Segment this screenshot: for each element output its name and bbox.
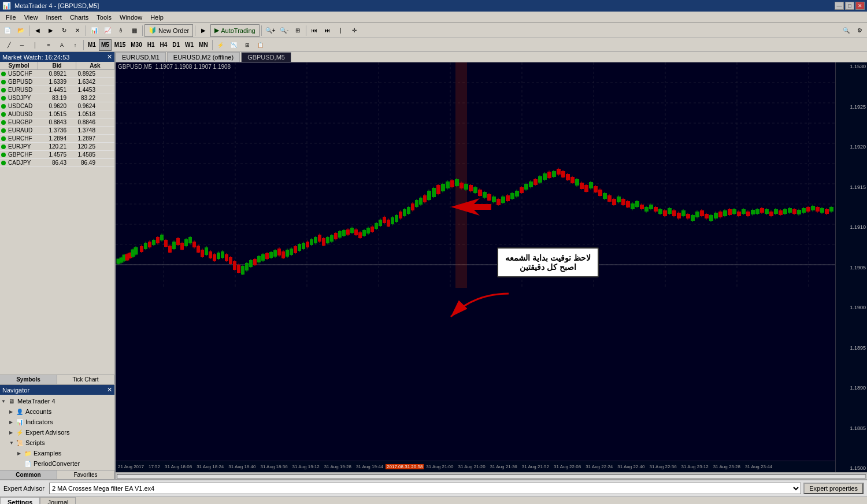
chart-scrollbar[interactable] <box>116 472 867 479</box>
tab-journal[interactable]: Journal <box>40 497 76 504</box>
svg-rect-102 <box>273 250 277 257</box>
chart-tab-eurusd-m1[interactable]: EURUSD,M1 <box>116 52 166 62</box>
market-watch-row[interactable]: USDCHF 0.8921 0.8925 <box>0 70 114 78</box>
market-watch-row[interactable]: AUDUSD 1.0515 1.0518 <box>0 110 114 118</box>
chart-line-btn[interactable]: 📈 <box>101 24 114 37</box>
nav-accounts[interactable]: ▶ 👤 Accounts <box>8 406 114 417</box>
tab-tick-chart[interactable]: Tick Chart <box>57 375 114 384</box>
row-symbol: USDCAD <box>7 102 39 110</box>
ea-select[interactable]: 2 MA Crosses Mega filter EA V1.ex4 <box>49 483 801 494</box>
market-watch-row[interactable]: EURJPY 120.21 120.25 <box>0 143 114 151</box>
sep6 <box>306 25 306 36</box>
arrow-up-tool[interactable]: ↑ <box>69 39 81 51</box>
nav-root[interactable]: ▼ 🖥 MetaTrader 4 <box>0 396 114 406</box>
tf-h1[interactable]: H1 <box>145 39 157 51</box>
tf-m15[interactable]: M15 <box>112 39 128 51</box>
stop-btn[interactable]: ✕ <box>71 24 84 37</box>
menu-window[interactable]: Window <box>116 13 146 22</box>
menu-insert[interactable]: Insert <box>42 13 65 22</box>
channel-tool[interactable]: ≡ <box>42 39 55 51</box>
nav-period-converter[interactable]: ▶ 📄 PeriodConverter <box>16 458 114 469</box>
menu-tools[interactable]: Tools <box>93 13 115 22</box>
nav-indicators[interactable]: ▶ 📊 Indicators <box>8 417 114 427</box>
tf-m5[interactable]: M5 <box>99 39 112 51</box>
close-mw-icon[interactable]: ✕ <box>107 53 112 61</box>
crosshair-btn[interactable]: ✛ <box>348 24 361 37</box>
market-watch-row[interactable]: EURUSD 1.4451 1.4453 <box>0 86 114 94</box>
hline-tool[interactable]: ─ <box>16 39 28 51</box>
vline-tool[interactable]: │ <box>29 39 42 51</box>
chart-candle-btn[interactable]: 🕯 <box>114 24 127 37</box>
tf-d1[interactable]: D1 <box>170 39 182 51</box>
new-order-btn[interactable]: 🔰 New Order <box>144 24 193 37</box>
line-tool[interactable]: ╱ <box>2 39 15 51</box>
market-watch-row[interactable]: EURAUD 1.3736 1.3748 <box>0 127 114 135</box>
autotrading-icon: ▶ <box>214 27 219 34</box>
indicator-btn[interactable]: 📉 <box>228 39 240 51</box>
chart-tab-gbpusd-m5[interactable]: GBPUSD,M5 <box>241 52 291 62</box>
period-btn[interactable]: ⊞ <box>241 39 254 51</box>
market-watch-row[interactable]: EURGBP 0.8843 0.8846 <box>0 118 114 127</box>
tf-mn[interactable]: MN <box>197 39 210 51</box>
tab-settings[interactable]: Settings <box>0 497 40 504</box>
market-watch-row[interactable]: GBPUSD 1.6339 1.6342 <box>0 78 114 86</box>
svg-rect-152 <box>375 223 378 229</box>
svg-rect-189 <box>455 62 467 288</box>
chart-tab-eurusd-m2[interactable]: EURUSD,M2 (offline) <box>167 52 240 62</box>
svg-rect-40 <box>148 242 151 247</box>
expert-btn[interactable]: ⚡ <box>214 39 227 51</box>
prev-btn[interactable]: ⏮ <box>308 24 321 37</box>
forward-btn[interactable]: ▶ <box>45 24 57 37</box>
time-8: 31 Aug 19:28 <box>322 464 354 469</box>
market-watch-row[interactable]: GBPCHF 1.4575 1.4585 <box>0 151 114 159</box>
menu-help[interactable]: Help <box>147 13 167 22</box>
svg-rect-160 <box>391 217 394 224</box>
play-btn[interactable]: ▶ <box>197 24 210 37</box>
open-btn[interactable]: 📂 <box>14 24 27 37</box>
menu-file[interactable]: File <box>2 13 20 22</box>
nav-tab-common[interactable]: Common <box>0 470 57 479</box>
maximize-btn[interactable]: □ <box>845 2 854 10</box>
title-bar-controls[interactable]: — □ ✕ <box>835 2 865 10</box>
chart-scrollbar-track[interactable] <box>117 474 866 479</box>
template-btn[interactable]: 📋 <box>254 39 267 51</box>
chart-bar-btn[interactable]: 📊 <box>88 24 101 37</box>
market-watch-row[interactable]: CADJPY 86.43 86.49 <box>0 159 114 167</box>
nav-tab-favorites[interactable]: Favorites <box>57 470 114 479</box>
nav-examples[interactable]: ▶ 📁 Examples <box>16 448 114 458</box>
market-watch-row[interactable]: USDJPY 83.19 83.22 <box>0 94 114 102</box>
expert-properties-btn[interactable]: Expert properties <box>803 483 864 494</box>
menu-view[interactable]: View <box>21 13 42 22</box>
next-btn[interactable]: ⏭ <box>321 24 334 37</box>
new-btn[interactable]: 📄 <box>1 24 14 37</box>
tf-m1[interactable]: M1 <box>86 39 98 51</box>
zoom-in-btn[interactable]: 🔍+ <box>264 24 277 37</box>
tab-symbols[interactable]: Symbols <box>0 375 57 384</box>
minimize-btn[interactable]: — <box>835 2 844 10</box>
text-tool[interactable]: A <box>55 39 68 51</box>
refresh-btn[interactable]: ↻ <box>58 24 71 37</box>
chart-area-btn[interactable]: ▦ <box>128 24 140 37</box>
menu-charts[interactable]: Charts <box>66 13 92 22</box>
tf-w1[interactable]: W1 <box>183 39 196 51</box>
nav-scripts[interactable]: ▼ 📜 Scripts <box>8 438 114 448</box>
chart-svg <box>116 62 835 288</box>
market-watch-row[interactable]: EURCHF 1.2894 1.2897 <box>0 135 114 143</box>
grid-btn[interactable]: ⊞ <box>291 24 304 37</box>
tf-h4[interactable]: H4 <box>158 39 170 51</box>
svg-rect-233 <box>552 171 556 177</box>
zoom-out-btn[interactable]: 🔍- <box>278 24 291 37</box>
period-sep-btn[interactable]: | <box>335 24 347 37</box>
settings-btn[interactable]: ⚙ <box>853 24 866 37</box>
svg-rect-315 <box>742 209 746 214</box>
close-btn[interactable]: ✕ <box>855 2 865 10</box>
close-nav-icon[interactable]: ✕ <box>107 386 112 394</box>
more-btn[interactable]: 🔍 <box>840 24 853 37</box>
back-btn[interactable]: ◀ <box>31 24 44 37</box>
nav-expert-advisors[interactable]: ▶ ⚡ Expert Advisors <box>8 427 114 438</box>
mw-column-headers: Symbol Bid Ask <box>0 62 114 70</box>
svg-rect-309 <box>728 209 732 215</box>
autotrading-btn[interactable]: ▶ AutoTrading <box>210 24 260 37</box>
market-watch-row[interactable]: USDCAD 0.9620 0.9624 <box>0 102 114 110</box>
tf-m30[interactable]: M30 <box>128 39 144 51</box>
